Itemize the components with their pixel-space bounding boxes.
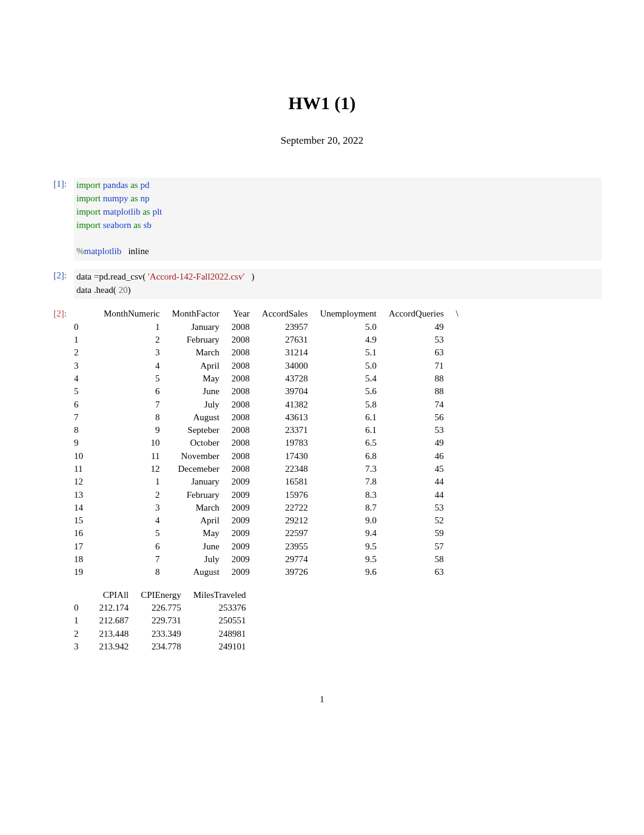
table-cell: 3 <box>74 360 98 372</box>
table-cell: 2008 <box>226 360 256 372</box>
table-cell: 63 <box>383 566 450 578</box>
table-cell: 46 <box>383 450 450 463</box>
table-cell: 8.7 <box>314 501 383 514</box>
table-cell: 49 <box>383 321 450 334</box>
table-cell: 11 <box>74 463 98 475</box>
table-row: 910October2008197836.549 <box>74 437 465 449</box>
table-cell: May <box>166 372 225 385</box>
table-cell: 0 <box>74 602 93 614</box>
table-cell: 23957 <box>256 321 314 334</box>
table-cell: 5.4 <box>314 372 383 385</box>
table-cell: Septeber <box>166 424 225 437</box>
table-cell: August <box>166 566 225 578</box>
table-cell: October <box>166 437 225 449</box>
table-row: 89Septeber2008233716.153 <box>74 424 465 437</box>
table-cell: 6.5 <box>314 437 383 449</box>
page-title: HW1 (1) <box>42 91 602 116</box>
table-row: 187July2009297749.558 <box>74 553 465 566</box>
table-row: 78August2008436136.156 <box>74 411 465 424</box>
code-line: data =pd.read_csv( 'Accord-142-Fall2022.… <box>76 270 599 284</box>
table-row: 154April2009292129.052 <box>74 514 465 527</box>
table-cell: 0 <box>74 321 98 334</box>
table-cell: 71 <box>383 360 450 372</box>
table-cell: 31214 <box>256 346 314 359</box>
page-date: September 20, 2022 <box>42 134 602 148</box>
table-row: 12February2008276314.953 <box>74 334 465 346</box>
table-cell: 19783 <box>256 437 314 449</box>
table-cell: January <box>166 475 225 488</box>
table-cell: 23371 <box>256 424 314 437</box>
table-cell: January <box>166 321 225 334</box>
table-cell: 59 <box>383 527 450 540</box>
table-row: 1212.687229.731250551 <box>74 614 252 627</box>
table-cell: 2008 <box>226 463 256 475</box>
table-cell: March <box>166 501 225 514</box>
table-cell: 2008 <box>226 437 256 449</box>
code-block-2: data =pd.read_csv( 'Accord-142-Fall2022.… <box>74 269 602 300</box>
table-cell: 17 <box>74 540 98 553</box>
table-cell: 53 <box>383 424 450 437</box>
table-cell: 45 <box>383 463 450 475</box>
table-row: 176June2009239559.557 <box>74 540 465 553</box>
table-cell: 6 <box>98 540 166 553</box>
code-line: import numpy as np <box>76 192 599 206</box>
table-cell: 250551 <box>187 614 252 627</box>
table-cell: 4.9 <box>314 334 383 346</box>
table-cell: 2008 <box>226 385 256 398</box>
table-cell: 39726 <box>256 566 314 578</box>
table-cell: 43728 <box>256 372 314 385</box>
table-cell: 9.6 <box>314 566 383 578</box>
table-cell: 2009 <box>226 553 256 566</box>
table-cell: 2008 <box>226 424 256 437</box>
table-cell: 53 <box>383 501 450 514</box>
table-cell: 6.1 <box>314 411 383 424</box>
table-cell: 63 <box>383 346 450 359</box>
table-cell: 1 <box>74 614 93 627</box>
table-cell: 249101 <box>187 640 252 653</box>
table-header-row: MonthNumericMonthFactorYearAccordSalesUn… <box>74 307 465 320</box>
table-row: 45May2008437285.488 <box>74 372 465 385</box>
table-cell: 2 <box>74 628 93 640</box>
table-cell: 3 <box>98 501 166 514</box>
table-cell: 2009 <box>226 475 256 488</box>
table-cell: 1 <box>74 334 98 346</box>
table-cell: 2008 <box>226 372 256 385</box>
table-row: 23March2008312145.163 <box>74 346 465 359</box>
table-cell: 2008 <box>226 411 256 424</box>
table-cell: 9.4 <box>314 527 383 540</box>
code-line: import pandas as pd <box>76 179 599 192</box>
table-row: 56June2008397045.688 <box>74 385 465 398</box>
table-row: 1112Decemeber2008223487.345 <box>74 463 465 475</box>
table-cell: 49 <box>383 437 450 449</box>
table-cell: 15976 <box>256 489 314 501</box>
table-header-cell: MilesTraveled <box>187 589 252 602</box>
prompt-in-2: [2]: <box>42 269 74 300</box>
table-cell: November <box>166 450 225 463</box>
table-cell: 5 <box>98 527 166 540</box>
prompt-out-2: [2]: <box>42 307 74 663</box>
table-cell: 1 <box>98 475 166 488</box>
table-cell: February <box>166 489 225 501</box>
code-line: import matplotlib as plt <box>76 206 599 219</box>
table-cell: 2008 <box>226 398 256 411</box>
table-cell: 229.731 <box>135 614 187 627</box>
table-cell: 44 <box>383 489 450 501</box>
table-cell: 8.3 <box>314 489 383 501</box>
table-cell: 2 <box>98 334 166 346</box>
table-cell: 2 <box>74 346 98 359</box>
table-cell: 5.0 <box>314 360 383 372</box>
table-row: 121January2009165817.844 <box>74 475 465 488</box>
table-cell: 2008 <box>226 334 256 346</box>
table-header-row: CPIAllCPIEnergyMilesTraveled <box>74 589 252 602</box>
table-cell: 7.8 <box>314 475 383 488</box>
table-row: 01January2008239575.049 <box>74 321 465 334</box>
table-row: 1011November2008174306.846 <box>74 450 465 463</box>
table-header-cell: Unemployment <box>314 307 383 320</box>
table-cell: 2008 <box>226 450 256 463</box>
page-number: 1 <box>42 693 602 705</box>
table-cell: 74 <box>383 398 450 411</box>
code-cell-1: [1]: import pandas as pdimport numpy as … <box>42 178 602 261</box>
table-header-cell: AccordQueries <box>383 307 450 320</box>
code-line: %matplotlib inline <box>76 245 599 258</box>
table-cell: 1 <box>98 321 166 334</box>
